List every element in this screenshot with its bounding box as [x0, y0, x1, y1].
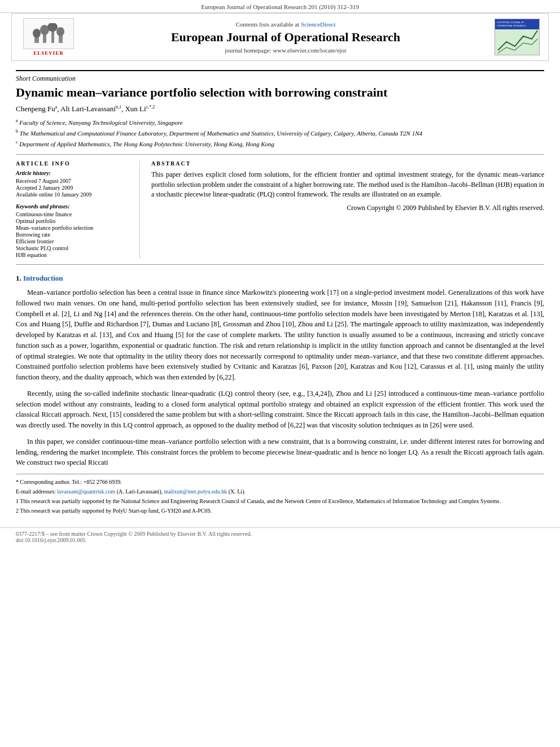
- abstract-column: ABSTRACT This paper derives explicit clo…: [151, 160, 544, 259]
- doi-line: doi:10.1016/j.ejor.2009.01.005: [16, 537, 544, 543]
- keyword-3: Mean–variance portfolio selection: [16, 225, 134, 231]
- abstract-text: This paper derives explicit closed form …: [151, 170, 544, 199]
- issn-line: 0377-2217/$ – see front matter Crown Cop…: [16, 531, 544, 537]
- keyword-5: Efficient frontier: [16, 238, 134, 244]
- section-heading: 1. Introduction: [16, 274, 544, 283]
- citation-text: European Journal of Operational Research…: [201, 3, 359, 10]
- email-label: E-mail addresses:: [16, 488, 56, 495]
- keyword-1: Continuous-time finance: [16, 211, 134, 217]
- elsevier-brand: ELSEVIER: [33, 50, 64, 56]
- intro-paragraph-2: Recently, using the so-called indefinite…: [16, 388, 544, 431]
- abstract-title: ABSTRACT: [151, 160, 544, 167]
- keywords-section: Keywords and phrases: Continuous-time fi…: [16, 203, 134, 258]
- keyword-7: HJB equation: [16, 252, 134, 258]
- author-a-super: a: [55, 104, 58, 110]
- keyword-6: Stochastic PLQ control: [16, 245, 134, 251]
- journal-cover: EUROPEAN JOURNAL OF OPERATIONAL RESEARCH: [495, 19, 540, 55]
- article-type: Short Communication: [16, 70, 544, 83]
- article-info-title: ARTICLE INFO: [16, 160, 134, 167]
- affiliation-a: a Faculty of Science, Nanyang Technologi…: [16, 117, 544, 127]
- affiliation-c: c Department of Applied Mathematics, The…: [16, 139, 544, 148]
- authors-line: Chenpeng Fua, Ali Lari-Lavassanib,1, Xun…: [16, 104, 544, 113]
- svg-text:OPERATIONAL RESEARCH: OPERATIONAL RESEARCH: [497, 24, 526, 27]
- email-addresses: E-mail addresses: lavassani@quantrisk.co…: [16, 487, 544, 496]
- author-b: Ali Lari-Lavassani: [60, 105, 116, 113]
- copyright-line: Crown Copyright © 2009 Published by Else…: [151, 204, 544, 212]
- footnote-1: 1 This research was partially supported …: [16, 497, 544, 505]
- elsevier-logo: [23, 18, 74, 49]
- article-info-column: ARTICLE INFO Article history: Received 7…: [16, 160, 140, 259]
- accepted-date: Accepted 2 January 2009: [16, 185, 134, 191]
- svg-text:EUROPEAN JOURNAL OF: EUROPEAN JOURNAL OF: [497, 21, 524, 24]
- corresponding-author: * Corresponding author. Tel.: +852 2766 …: [16, 478, 544, 486]
- journal-homepage: journal homepage: www.elsevier.com/locat…: [80, 47, 492, 54]
- keyword-2: Optimal portfolio: [16, 218, 134, 224]
- main-content: Short Communication Dynamic mean–varianc…: [0, 61, 560, 522]
- affiliation-b: b The Mathematical and Computational Fin…: [16, 128, 544, 138]
- intro-paragraph-3: In this paper, we consider continuous-ti…: [16, 436, 544, 468]
- journal-title-area: Contents lists available at ScienceDirec…: [80, 21, 492, 54]
- footnote-2: 2 This research was partially supported …: [16, 506, 544, 515]
- paper-title: Dynamic mean–variance portfolio selectio…: [16, 85, 544, 100]
- keywords-title: Keywords and phrases:: [16, 203, 134, 209]
- author-b-super: b,1: [116, 104, 121, 110]
- author-a: Chenpeng Fu: [16, 105, 55, 113]
- received-date: Received 7 August 2007: [16, 178, 134, 184]
- introduction-section: 1. Introduction Mean–variance portfolio …: [16, 274, 544, 468]
- author-c-super: c,*,2: [146, 104, 155, 110]
- section-number: 1.: [16, 274, 23, 282]
- article-info-abstract: ARTICLE INFO Article history: Received 7…: [16, 154, 544, 265]
- available-date: Available online 10 January 2009: [16, 191, 134, 198]
- bottom-strip: 0377-2217/$ – see front matter Crown Cop…: [0, 527, 560, 546]
- svg-point-1: [33, 29, 41, 38]
- affiliations: a Faculty of Science, Nanyang Technologi…: [16, 117, 544, 148]
- page: European Journal of Operational Research…: [0, 0, 560, 747]
- footnotes: * Corresponding author. Tel.: +852 2766 …: [16, 474, 544, 515]
- svg-point-7: [56, 27, 64, 36]
- journal-cover-area: EUROPEAN JOURNAL OF OPERATIONAL RESEARCH: [492, 19, 542, 55]
- author-c: Xun Li: [125, 105, 146, 113]
- keyword-4: Borrowing rate: [16, 231, 134, 238]
- intro-paragraph-1: Mean–variance portfolio selection has be…: [16, 287, 544, 383]
- journal-citation: European Journal of Operational Research…: [0, 0, 560, 13]
- sciencedirect-anchor[interactable]: ScienceDirect: [301, 21, 336, 28]
- email-a-link[interactable]: lavassani@quantrisk.com: [57, 488, 116, 495]
- email-c-link[interactable]: malixun@inet.polyu.edu.hk: [164, 488, 228, 495]
- article-history-label: Article history:: [16, 170, 134, 176]
- journal-title: European Journal of Operational Research: [80, 30, 492, 45]
- sciencedirect-link: Contents lists available at ScienceDirec…: [80, 21, 492, 28]
- section-title-text: Introduction: [23, 274, 63, 282]
- journal-header: ELSEVIER Contents lists available at Sci…: [11, 13, 549, 61]
- elsevier-logo-area: ELSEVIER: [18, 18, 80, 56]
